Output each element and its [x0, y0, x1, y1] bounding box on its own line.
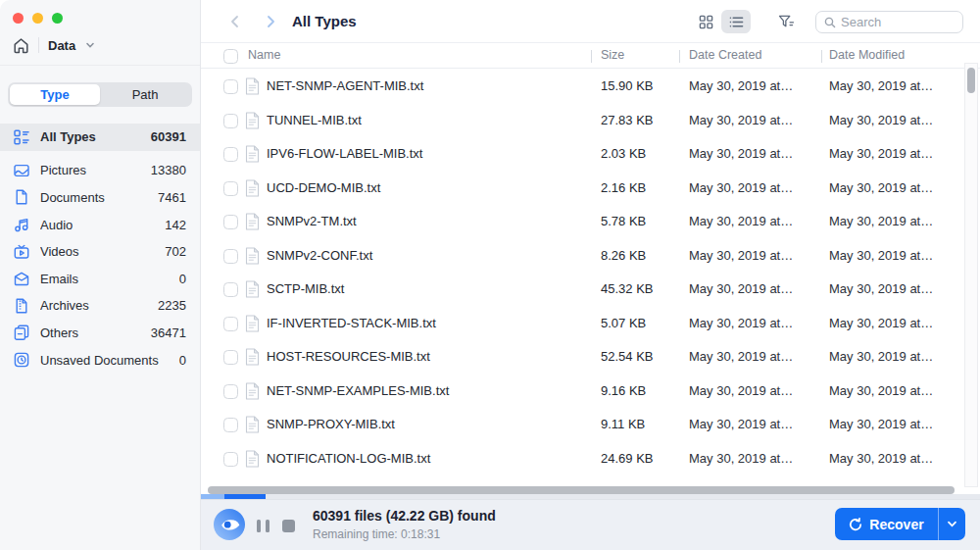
text-file-icon: [245, 213, 260, 230]
file-size: 15.90 KB: [601, 78, 654, 93]
home-icon[interactable]: [13, 37, 29, 54]
text-file-icon: [245, 315, 260, 332]
row-checkbox[interactable]: [223, 350, 238, 365]
minimize-window-button[interactable]: [32, 13, 43, 24]
forward-icon[interactable]: [263, 14, 278, 29]
table-row[interactable]: TUNNEL-MIB.txt 27.83 KB May 30, 2019 at……: [201, 104, 980, 138]
sidebar-item-all-types[interactable]: All Types 60391: [0, 124, 200, 151]
others-icon: [14, 325, 29, 340]
row-checkbox[interactable]: [223, 317, 238, 331]
chevron-down-icon[interactable]: [85, 40, 95, 50]
sidebar-item-audio[interactable]: Audio 142: [0, 211, 200, 238]
close-window-button[interactable]: [13, 13, 24, 24]
filter-icon[interactable]: [775, 12, 797, 31]
file-date-modified: May 30, 2019 at…: [829, 451, 933, 466]
sidebar-item-count: 2235: [158, 298, 186, 313]
file-size: 2.03 KB: [601, 146, 646, 161]
column-header-date-modified[interactable]: Date Modified: [829, 48, 905, 62]
table-row[interactable]: NET-SNMP-AGENT-MIB.txt 15.90 KB May 30, …: [201, 70, 980, 104]
recover-button[interactable]: Recover: [835, 508, 939, 540]
page-title: All Types: [292, 13, 357, 29]
file-date-modified: May 30, 2019 at…: [829, 180, 933, 195]
file-name: SNMPv2-CONF.txt: [267, 248, 372, 263]
file-date-created: May 30, 2019 at…: [689, 78, 793, 93]
vertical-scrollbar-thumb[interactable]: [967, 68, 975, 93]
text-file-icon: [245, 247, 260, 265]
column-divider[interactable]: [679, 50, 680, 63]
table-row[interactable]: NOTIFICATION-LOG-MIB.txt 24.69 KB May 30…: [201, 442, 980, 476]
table-row[interactable]: IPV6-FLOW-LABEL-MIB.txt 2.03 KB May 30, …: [201, 137, 980, 172]
archives-icon: [14, 298, 29, 314]
text-file-icon: [245, 348, 260, 366]
file-date-created: May 30, 2019 at…: [689, 113, 793, 127]
row-checkbox[interactable]: [223, 282, 238, 297]
file-date-modified: May 30, 2019 at…: [829, 316, 933, 330]
pause-button[interactable]: [257, 520, 270, 532]
table-row[interactable]: NET-SNMP-EXAMPLES-MIB.txt 9.16 KB May 30…: [201, 375, 980, 409]
row-checkbox[interactable]: [223, 147, 238, 162]
list-view-icon[interactable]: [721, 10, 751, 33]
column-header-name[interactable]: Name: [248, 48, 280, 62]
row-checkbox[interactable]: [223, 181, 238, 196]
table-row[interactable]: SNMP-PROXY-MIB.txt 9.11 KB May 30, 2019 …: [201, 408, 980, 442]
table-row[interactable]: UCD-DEMO-MIB.txt 2.16 KB May 30, 2019 at…: [201, 172, 980, 206]
recover-options-button[interactable]: [939, 508, 965, 540]
row-checkbox[interactable]: [223, 418, 238, 432]
breadcrumb-label[interactable]: Data: [48, 38, 75, 53]
row-checkbox[interactable]: [223, 114, 238, 128]
emails-icon: [14, 271, 29, 286]
table-row[interactable]: SCTP-MIB.txt 45.32 KB May 30, 2019 at… M…: [201, 273, 980, 307]
sidebar-item-videos[interactable]: Videos 702: [0, 238, 200, 266]
column-divider[interactable]: [591, 50, 592, 63]
column-divider[interactable]: [821, 50, 822, 63]
file-date-created: May 30, 2019 at…: [689, 451, 793, 466]
app-window: Data Type Path All Types 60391 Pictures …: [0, 0, 980, 550]
table-row[interactable]: IF-INVERTED-STACK-MIB.txt 5.07 KB May 30…: [201, 307, 980, 341]
row-checkbox[interactable]: [223, 384, 238, 399]
text-file-icon: [245, 280, 260, 298]
sidebar-item-pictures[interactable]: Pictures 13380: [0, 157, 200, 184]
file-name: TUNNEL-MIB.txt: [267, 113, 362, 127]
sidebar-item-archives[interactable]: Archives 2235: [0, 292, 200, 320]
file-date-created: May 30, 2019 at…: [689, 316, 793, 330]
sidebar-item-label: Pictures: [40, 163, 140, 177]
table-row[interactable]: SNMPv2-TM.txt 5.78 KB May 30, 2019 at… M…: [201, 205, 980, 239]
sidebar-item-emails[interactable]: Emails 0: [0, 265, 200, 292]
file-date-modified: May 30, 2019 at…: [829, 349, 933, 364]
file-date-modified: May 30, 2019 at…: [829, 281, 933, 296]
sidebar-item-label: Documents: [40, 190, 147, 205]
sidebar-tabs: Type Path: [8, 82, 192, 107]
sidebar-item-unsaved-documents[interactable]: Unsaved Documents 0: [0, 346, 200, 374]
sidebar-item-count: 702: [165, 244, 186, 259]
search-field[interactable]: [841, 15, 955, 29]
row-checkbox[interactable]: [223, 249, 238, 264]
file-table: NET-SNMP-AGENT-MIB.txt 15.90 KB May 30, …: [201, 70, 980, 475]
row-checkbox[interactable]: [223, 215, 238, 229]
zoom-window-button[interactable]: [52, 13, 63, 24]
recover-button-label: Recover: [869, 517, 923, 532]
back-icon[interactable]: [227, 14, 243, 29]
sidebar: Data Type Path All Types 60391 Pictures …: [0, 0, 201, 550]
select-all-checkbox[interactable]: [223, 49, 238, 64]
row-checkbox[interactable]: [223, 452, 238, 467]
text-file-icon: [245, 77, 260, 95]
horizontal-scrollbar[interactable]: [208, 486, 955, 494]
sidebar-item-label: Audio: [40, 218, 154, 232]
column-header-size[interactable]: Size: [601, 48, 624, 62]
file-name: IPV6-FLOW-LABEL-MIB.txt: [267, 146, 422, 161]
row-checkbox[interactable]: [223, 79, 238, 94]
tab-type[interactable]: Type: [10, 84, 100, 105]
vertical-scrollbar-track[interactable]: [964, 63, 978, 487]
file-name: NET-SNMP-EXAMPLES-MIB.txt: [267, 383, 449, 398]
text-file-icon: [245, 112, 260, 129]
column-header-date-created[interactable]: Date Created: [689, 48, 761, 62]
documents-icon: [14, 189, 29, 205]
grid-view-icon[interactable]: [691, 10, 720, 33]
tab-path[interactable]: Path: [100, 84, 190, 105]
stop-button[interactable]: [282, 520, 295, 532]
sidebar-item-documents[interactable]: Documents 7461: [0, 184, 200, 212]
sidebar-item-others[interactable]: Others 36471: [0, 320, 200, 347]
table-row[interactable]: HOST-RESOURCES-MIB.txt 52.54 KB May 30, …: [201, 340, 980, 375]
table-row[interactable]: SNMPv2-CONF.txt 8.26 KB May 30, 2019 at……: [201, 239, 980, 274]
search-input[interactable]: [815, 11, 963, 33]
